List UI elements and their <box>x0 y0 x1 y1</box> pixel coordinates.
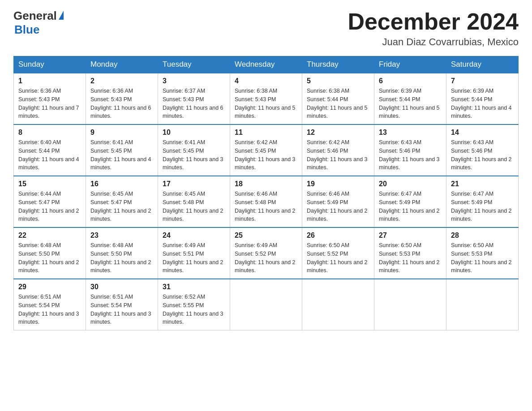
calendar-cell <box>302 279 374 330</box>
calendar-header-row: SundayMondayTuesdayWednesdayThursdayFrid… <box>14 56 519 73</box>
calendar-cell: 8Sunrise: 6:40 AMSunset: 5:44 PMDaylight… <box>14 124 86 176</box>
calendar-cell: 7Sunrise: 6:39 AMSunset: 5:44 PMDaylight… <box>446 73 519 124</box>
calendar-cell: 23Sunrise: 6:48 AMSunset: 5:50 PMDayligh… <box>86 227 158 279</box>
day-number: 19 <box>307 180 369 188</box>
day-info: Sunrise: 6:36 AMSunset: 5:43 PMDaylight:… <box>18 87 81 120</box>
calendar-cell <box>374 279 446 330</box>
day-info: Sunrise: 6:37 AMSunset: 5:43 PMDaylight:… <box>163 87 225 120</box>
day-info: Sunrise: 6:51 AMSunset: 5:54 PMDaylight:… <box>90 293 153 326</box>
day-number: 21 <box>451 180 514 188</box>
day-info: Sunrise: 6:40 AMSunset: 5:44 PMDaylight:… <box>18 138 81 172</box>
day-info: Sunrise: 6:48 AMSunset: 5:50 PMDaylight:… <box>90 241 153 275</box>
day-number: 25 <box>235 231 297 240</box>
calendar-cell: 22Sunrise: 6:48 AMSunset: 5:50 PMDayligh… <box>14 227 86 279</box>
day-number: 1 <box>18 77 81 85</box>
day-info: Sunrise: 6:41 AMSunset: 5:45 PMDaylight:… <box>163 138 225 172</box>
week-row-2: 8Sunrise: 6:40 AMSunset: 5:44 PMDaylight… <box>14 124 519 176</box>
calendar-cell: 4Sunrise: 6:38 AMSunset: 5:43 PMDaylight… <box>230 73 302 124</box>
calendar-cell: 1Sunrise: 6:36 AMSunset: 5:43 PMDaylight… <box>14 73 86 124</box>
day-number: 15 <box>18 180 81 188</box>
day-info: Sunrise: 6:51 AMSunset: 5:54 PMDaylight:… <box>18 293 81 326</box>
day-header-thursday: Thursday <box>302 56 374 73</box>
day-number: 27 <box>379 231 442 240</box>
day-info: Sunrise: 6:47 AMSunset: 5:49 PMDaylight:… <box>451 190 514 223</box>
day-header-tuesday: Tuesday <box>158 56 230 73</box>
logo-blue-text: Blue <box>14 23 39 37</box>
day-number: 9 <box>90 128 153 137</box>
day-info: Sunrise: 6:43 AMSunset: 5:46 PMDaylight:… <box>451 138 514 172</box>
calendar-cell: 28Sunrise: 6:50 AMSunset: 5:53 PMDayligh… <box>446 227 519 279</box>
calendar-cell: 3Sunrise: 6:37 AMSunset: 5:43 PMDaylight… <box>158 73 230 124</box>
day-info: Sunrise: 6:46 AMSunset: 5:49 PMDaylight:… <box>307 190 369 223</box>
day-number: 17 <box>163 180 225 188</box>
logo-general-text: General <box>13 9 57 23</box>
day-number: 14 <box>451 128 514 137</box>
calendar-cell: 6Sunrise: 6:39 AMSunset: 5:44 PMDaylight… <box>374 73 446 124</box>
calendar-cell: 17Sunrise: 6:45 AMSunset: 5:48 PMDayligh… <box>158 176 230 227</box>
calendar-cell: 2Sunrise: 6:36 AMSunset: 5:43 PMDaylight… <box>86 73 158 124</box>
day-info: Sunrise: 6:48 AMSunset: 5:50 PMDaylight:… <box>18 241 81 275</box>
day-info: Sunrise: 6:45 AMSunset: 5:48 PMDaylight:… <box>163 190 225 223</box>
day-info: Sunrise: 6:46 AMSunset: 5:48 PMDaylight:… <box>235 190 297 223</box>
calendar-cell: 20Sunrise: 6:47 AMSunset: 5:49 PMDayligh… <box>374 176 446 227</box>
day-info: Sunrise: 6:39 AMSunset: 5:44 PMDaylight:… <box>451 87 514 120</box>
calendar-cell: 27Sunrise: 6:50 AMSunset: 5:53 PMDayligh… <box>374 227 446 279</box>
day-number: 31 <box>163 283 225 291</box>
month-title: December 2024 <box>348 9 519 34</box>
calendar-cell: 5Sunrise: 6:38 AMSunset: 5:44 PMDaylight… <box>302 73 374 124</box>
calendar-cell <box>230 279 302 330</box>
day-number: 8 <box>18 128 81 137</box>
day-number: 23 <box>90 231 153 240</box>
day-info: Sunrise: 6:43 AMSunset: 5:46 PMDaylight:… <box>379 138 442 172</box>
day-info: Sunrise: 6:50 AMSunset: 5:53 PMDaylight:… <box>379 241 442 275</box>
calendar-cell: 14Sunrise: 6:43 AMSunset: 5:46 PMDayligh… <box>446 124 519 176</box>
day-number: 11 <box>235 128 297 137</box>
calendar-cell: 19Sunrise: 6:46 AMSunset: 5:49 PMDayligh… <box>302 176 374 227</box>
day-header-friday: Friday <box>374 56 446 73</box>
calendar-cell: 10Sunrise: 6:41 AMSunset: 5:45 PMDayligh… <box>158 124 230 176</box>
week-row-3: 15Sunrise: 6:44 AMSunset: 5:47 PMDayligh… <box>14 176 519 227</box>
day-number: 18 <box>235 180 297 188</box>
day-number: 26 <box>307 231 369 240</box>
day-info: Sunrise: 6:42 AMSunset: 5:46 PMDaylight:… <box>307 138 369 172</box>
day-info: Sunrise: 6:41 AMSunset: 5:45 PMDaylight:… <box>90 138 153 172</box>
day-number: 12 <box>307 128 369 137</box>
calendar-cell: 13Sunrise: 6:43 AMSunset: 5:46 PMDayligh… <box>374 124 446 176</box>
calendar-table: SundayMondayTuesdayWednesdayThursdayFrid… <box>13 56 519 330</box>
day-number: 7 <box>451 77 514 85</box>
day-number: 5 <box>307 77 369 85</box>
calendar-cell: 15Sunrise: 6:44 AMSunset: 5:47 PMDayligh… <box>14 176 86 227</box>
day-info: Sunrise: 6:49 AMSunset: 5:52 PMDaylight:… <box>235 241 297 275</box>
week-row-5: 29Sunrise: 6:51 AMSunset: 5:54 PMDayligh… <box>14 279 519 330</box>
day-header-sunday: Sunday <box>14 56 86 73</box>
day-number: 16 <box>90 180 153 188</box>
week-row-1: 1Sunrise: 6:36 AMSunset: 5:43 PMDaylight… <box>14 73 519 124</box>
logo-triangle <box>59 11 64 20</box>
calendar-cell <box>446 279 519 330</box>
calendar-cell: 21Sunrise: 6:47 AMSunset: 5:49 PMDayligh… <box>446 176 519 227</box>
logo: General Blue <box>13 9 64 37</box>
day-info: Sunrise: 6:39 AMSunset: 5:44 PMDaylight:… <box>379 87 442 120</box>
day-number: 29 <box>18 283 81 291</box>
calendar-cell: 29Sunrise: 6:51 AMSunset: 5:54 PMDayligh… <box>14 279 86 330</box>
day-number: 28 <box>451 231 514 240</box>
calendar-cell: 9Sunrise: 6:41 AMSunset: 5:45 PMDaylight… <box>86 124 158 176</box>
calendar-cell: 11Sunrise: 6:42 AMSunset: 5:45 PMDayligh… <box>230 124 302 176</box>
calendar-cell: 18Sunrise: 6:46 AMSunset: 5:48 PMDayligh… <box>230 176 302 227</box>
calendar-cell: 31Sunrise: 6:52 AMSunset: 5:55 PMDayligh… <box>158 279 230 330</box>
title-section: December 2024 Juan Diaz Covarrubias, Mex… <box>348 9 519 48</box>
day-header-wednesday: Wednesday <box>230 56 302 73</box>
day-info: Sunrise: 6:50 AMSunset: 5:52 PMDaylight:… <box>307 241 369 275</box>
day-info: Sunrise: 6:47 AMSunset: 5:49 PMDaylight:… <box>379 190 442 223</box>
day-number: 6 <box>379 77 442 85</box>
day-info: Sunrise: 6:52 AMSunset: 5:55 PMDaylight:… <box>163 293 225 326</box>
day-info: Sunrise: 6:38 AMSunset: 5:44 PMDaylight:… <box>307 87 369 120</box>
day-info: Sunrise: 6:50 AMSunset: 5:53 PMDaylight:… <box>451 241 514 275</box>
day-info: Sunrise: 6:49 AMSunset: 5:51 PMDaylight:… <box>163 241 225 275</box>
calendar-cell: 12Sunrise: 6:42 AMSunset: 5:46 PMDayligh… <box>302 124 374 176</box>
day-info: Sunrise: 6:44 AMSunset: 5:47 PMDaylight:… <box>18 190 81 223</box>
day-header-monday: Monday <box>86 56 158 73</box>
calendar-cell: 16Sunrise: 6:45 AMSunset: 5:47 PMDayligh… <box>86 176 158 227</box>
day-number: 3 <box>163 77 225 85</box>
calendar-cell: 25Sunrise: 6:49 AMSunset: 5:52 PMDayligh… <box>230 227 302 279</box>
